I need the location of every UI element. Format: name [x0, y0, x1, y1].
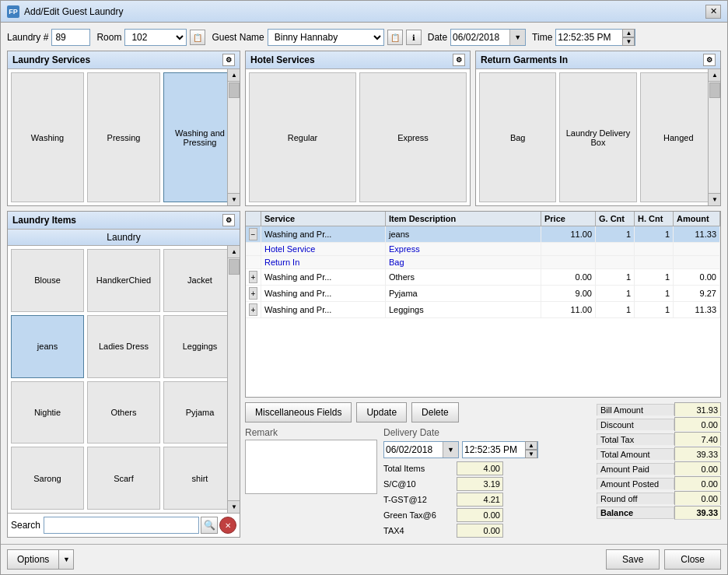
sub-row-return-label[interactable]: Return In — [261, 256, 386, 268]
scrollbar-up-button[interactable]: ▲ — [228, 69, 240, 82]
item-tile-shirt[interactable]: shirt — [163, 447, 236, 510]
item-tile-blouse[interactable]: Blouse — [11, 249, 84, 312]
item-tile-sarong[interactable]: Sarong — [11, 447, 84, 510]
item-tile-jeans[interactable]: jeans — [11, 315, 84, 378]
search-input[interactable] — [44, 517, 199, 534]
service-tile-washing[interactable]: Washing — [11, 72, 84, 202]
item-tile-others[interactable]: Others — [87, 381, 160, 444]
return-scrollbar-down[interactable]: ▼ — [709, 193, 720, 205]
amount-posted-label: Amount Posted — [597, 478, 674, 489]
green-tax-row: Green Tax@6 0.00 — [383, 508, 538, 522]
delivery-time-field[interactable] — [463, 442, 525, 458]
collapse-button[interactable]: − — [249, 228, 257, 240]
scrollbar-thumb[interactable] — [229, 82, 240, 98]
room-label: Room — [96, 32, 121, 43]
col-g-cnt: G. Cnt — [596, 212, 635, 226]
sub-row-hotel-value[interactable]: Express — [386, 243, 541, 255]
item-tile-jacket[interactable]: Jacket — [163, 249, 236, 312]
items-scrollbar-up[interactable]: ▲ — [228, 246, 240, 258]
sub-row-return-value[interactable]: Bag — [386, 256, 541, 268]
date-field[interactable] — [451, 30, 509, 45]
service-tile-regular[interactable]: Regular — [249, 72, 356, 202]
update-button[interactable]: Update — [356, 402, 407, 422]
scrollbar-down-button[interactable]: ▼ — [228, 193, 240, 205]
return-scrollbar-up[interactable]: ▲ — [709, 69, 720, 82]
delivery-date-field[interactable] — [384, 442, 443, 458]
row3-expand-cell[interactable]: + — [246, 286, 261, 301]
misc-fields-button[interactable]: Miscellaneous Fields — [245, 402, 352, 422]
action-buttons: Miscellaneous Fields Update Delete — [245, 402, 590, 422]
service-tile-express[interactable]: Express — [359, 72, 467, 202]
row3-g-cnt-cell: 1 — [596, 286, 635, 301]
laundry-services-scrollbar[interactable]: ▲ ▼ — [227, 69, 240, 205]
table-row[interactable]: − Washing and Pr... jeans 11.00 1 1 11.3… — [246, 226, 720, 243]
close-button[interactable]: Close — [664, 549, 721, 570]
guest-name-select[interactable]: Binny Hannaby — [268, 29, 384, 46]
discount-row: Discount 0.00 — [597, 417, 721, 431]
search-label: Search — [11, 520, 40, 531]
service-tile-washing-pressing[interactable]: Washing and Pressing — [163, 72, 236, 202]
laundry-services-panel: Laundry Services ⚙ Washing Pressing Wash… — [7, 51, 240, 206]
expand-button-2[interactable]: + — [249, 271, 257, 283]
save-button[interactable]: Save — [606, 549, 660, 570]
row-g-cnt-cell: 1 — [596, 226, 635, 242]
return-scrollbar-thumb[interactable] — [709, 82, 720, 98]
laundry-services-config-icon[interactable]: ⚙ — [222, 54, 235, 66]
row2-expand-cell[interactable]: + — [246, 269, 261, 285]
search-button[interactable]: 🔍 — [201, 517, 218, 534]
items-scrollbar-thumb[interactable] — [229, 259, 240, 275]
row2-h-cnt-cell: 1 — [635, 269, 674, 285]
delete-button[interactable]: Delete — [411, 402, 459, 422]
delivery-time-up[interactable]: ▲ — [525, 441, 537, 450]
row-expand-cell[interactable]: − — [246, 226, 261, 242]
tax4-value: 0.00 — [457, 524, 503, 538]
item-tile-nightie[interactable]: Nightie — [11, 381, 84, 444]
item-tile-ladies-dress[interactable]: Ladies Dress — [87, 315, 160, 378]
date-picker-button[interactable]: ▼ — [509, 30, 525, 45]
hotel-services-config-icon[interactable]: ⚙ — [453, 54, 465, 66]
items-scrollbar-down[interactable]: ▼ — [228, 500, 240, 513]
expand-button-4[interactable]: + — [249, 303, 257, 316]
time-down-button[interactable]: ▼ — [622, 37, 635, 46]
remark-textarea[interactable] — [245, 440, 377, 494]
time-up-button[interactable]: ▲ — [622, 29, 635, 37]
item-tile-leggings[interactable]: Leggings — [163, 315, 236, 378]
summary-section: Bill Amount 31.93 Discount 0.00 Total Ta… — [597, 402, 721, 520]
expand-button-3[interactable]: + — [249, 287, 257, 300]
sub-row-hotel-label[interactable]: Hotel Service — [261, 243, 386, 255]
table-row[interactable]: + Washing and Pr... Leggings 11.00 1 1 1… — [246, 302, 720, 318]
delivery-date-picker-button[interactable]: ▼ — [443, 442, 458, 458]
service-tile-hanged[interactable]: Hanged — [640, 72, 717, 202]
return-garments-scrollbar[interactable]: ▲ ▼ — [708, 69, 720, 205]
sub-row-expand — [246, 243, 261, 255]
options-arrow-button[interactable]: ▼ — [58, 549, 74, 570]
t-gst-row: T-GST@12 4.21 — [383, 493, 538, 507]
room-edit-icon[interactable]: 📋 — [190, 30, 205, 45]
service-tile-bag[interactable]: Bag — [479, 72, 556, 202]
time-field[interactable] — [556, 30, 622, 45]
guest-edit-icon[interactable]: 📋 — [387, 30, 403, 45]
options-button[interactable]: Options — [7, 549, 58, 570]
return-garments-config-icon[interactable]: ⚙ — [703, 54, 716, 66]
row4-expand-cell[interactable]: + — [246, 302, 261, 317]
sub-row-expand2 — [246, 256, 261, 268]
delivery-time-down[interactable]: ▼ — [525, 450, 537, 458]
laundry-items-scrollbar[interactable]: ▲ ▼ — [227, 246, 240, 513]
table-row[interactable]: + Washing and Pr... Others 0.00 1 1 0.00 — [246, 269, 720, 286]
item-tile-pyjama[interactable]: Pyjama — [163, 381, 236, 444]
item-tile-scarf[interactable]: Scarf — [87, 447, 160, 510]
item-tile-handkerchief[interactable]: HandkerChied — [87, 249, 160, 312]
total-items-value: 4.00 — [457, 461, 503, 475]
table-row[interactable]: + Washing and Pr... Pyjama 9.00 1 1 9.27 — [246, 286, 720, 302]
total-amount-label: Total Amount — [597, 448, 674, 460]
room-select[interactable]: 102 — [124, 29, 187, 46]
close-window-button[interactable]: ✕ — [705, 5, 721, 19]
date-input-group: ▼ — [450, 29, 526, 46]
laundry-items-config-icon[interactable]: ⚙ — [222, 214, 235, 226]
guest-info-icon[interactable]: ℹ — [406, 30, 422, 45]
laundry-number-input[interactable] — [51, 29, 90, 46]
service-tile-laundry-delivery-box[interactable]: Laundry Delivery Box — [559, 72, 636, 202]
laundry-number-label: Laundry # — [7, 32, 48, 43]
search-clear-button[interactable]: ✕ — [219, 517, 236, 534]
service-tile-pressing[interactable]: Pressing — [87, 72, 160, 202]
